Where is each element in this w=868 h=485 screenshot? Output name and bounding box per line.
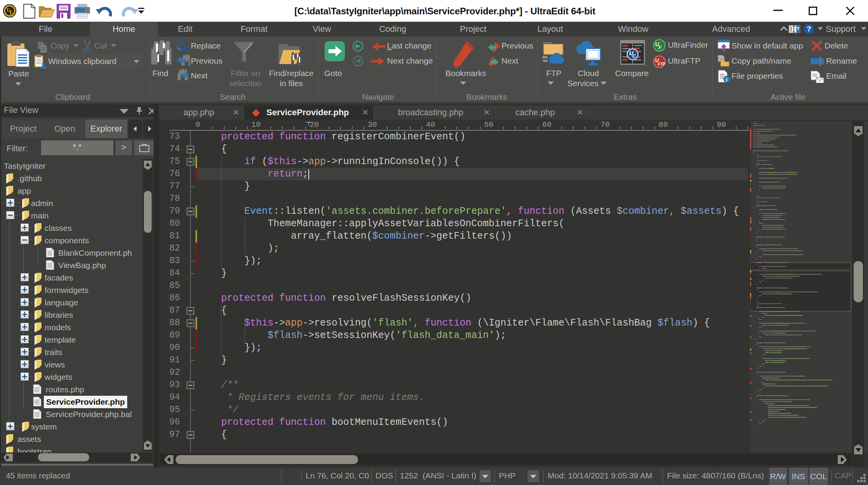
svg-text:?: ? [807, 25, 811, 33]
svg-text:i: i [726, 77, 728, 83]
svg-text:AB: AB [176, 40, 185, 46]
svg-text:FTP: FTP [658, 62, 665, 66]
svg-text:E: E [9, 10, 13, 16]
svg-text:AC: AC [181, 47, 190, 53]
svg-text:C: C [632, 53, 636, 59]
svg-text:F: F [659, 45, 662, 50]
